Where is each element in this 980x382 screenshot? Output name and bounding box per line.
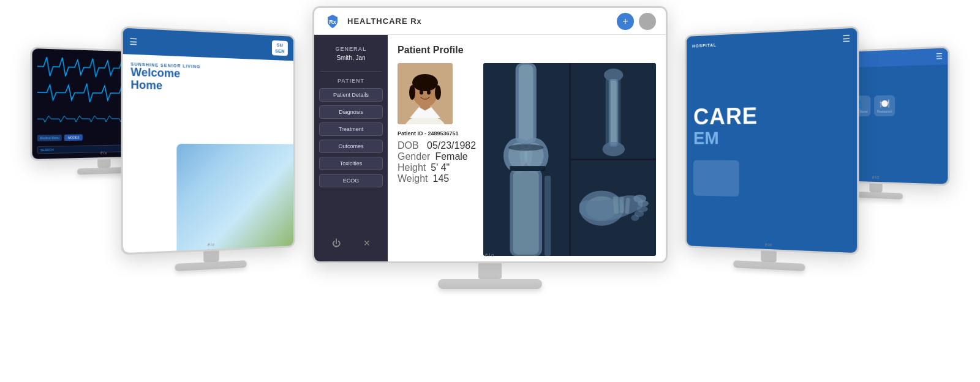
svg-point-36: [631, 215, 639, 221]
patient-left-panel: Patient ID - 2489536751 DOB 05/23/1982 G…: [398, 63, 476, 256]
info-dob: DOB 05/23/1982: [398, 140, 476, 151]
patient-id-line: Patient ID - 2489536751: [398, 130, 476, 137]
care-image-placeholder: [693, 160, 739, 197]
svg-rect-13: [610, 81, 616, 145]
app-sidebar: GENERAL Smith, Jan PATIENT Patient Detai…: [314, 35, 388, 261]
sidebar-btn-treatment[interactable]: Treatment: [319, 122, 383, 136]
care-hospital-label: HOSPITAL: [692, 43, 717, 48]
svg-rect-25: [513, 171, 539, 255]
monitor-neck-care: [761, 250, 776, 262]
care-content: CARE EM: [687, 48, 857, 253]
monitor-neck-center: [478, 263, 502, 279]
monitor-brand-ecg: ēlo: [100, 151, 108, 155]
sidebar-section-patient: PATIENT: [314, 75, 388, 86]
app-title: HEALTHCARE Rx: [347, 17, 611, 26]
app-body: GENERAL Smith, Jan PATIENT Patient Detai…: [314, 35, 666, 261]
svg-point-9: [427, 91, 431, 95]
xray-foot: [571, 160, 656, 256]
svg-point-28: [508, 144, 544, 151]
monitor-brand-nurse: ēlo: [872, 175, 880, 179]
monitor-frame-care: HOSPITAL ☰ CARE EM ēlo: [685, 26, 859, 255]
sidebar-divider: [320, 71, 382, 72]
monitor-care: HOSPITAL ☰ CARE EM ēlo: [685, 26, 859, 274]
monitor-center: Rx HEALTHCARE Rx + GENERAL Smith, Jan: [312, 6, 668, 289]
patient-avatar: [398, 63, 453, 124]
power-icon[interactable]: ⏻: [332, 238, 341, 248]
info-weight: Weight 145: [398, 173, 476, 184]
svg-text:Rx: Rx: [329, 19, 336, 25]
care-title-line1: CARE: [693, 102, 850, 128]
sidebar-btn-diagnosis[interactable]: Diagnosis: [319, 105, 383, 119]
monitor-base-ssl: [175, 260, 246, 271]
patient-photo: [398, 63, 453, 124]
ssl-bg-image: [177, 144, 293, 251]
app-main-content: Patient Profile: [388, 35, 666, 261]
info-height: Height 5' 4": [398, 162, 476, 173]
monitor-neck-ecg: [97, 159, 110, 168]
monitor-frame-center: Rx HEALTHCARE Rx + GENERAL Smith, Jan: [312, 6, 668, 263]
svg-rect-15: [605, 79, 610, 149]
ssl-content: SUNSHINE SENIOR LIVING Welcome Home: [123, 54, 293, 253]
app-titlebar: Rx HEALTHCARE Rx +: [314, 8, 666, 35]
monitor-neck-nurse: [869, 184, 882, 193]
xray-grid: [483, 63, 656, 256]
svg-rect-27: [510, 166, 546, 171]
svg-rect-19: [519, 65, 533, 144]
main-scene: Medical Menu MODES SEARCH 🔍 RESET ēlo ☰: [0, 0, 980, 382]
svg-rect-16: [616, 77, 620, 146]
monitor-brand-care: ēlo: [765, 242, 772, 247]
monitor-frame-ssl: ☰ SUSEN SUNSHINE SENIOR LIVING Welcome H…: [121, 26, 295, 255]
svg-point-8: [420, 91, 423, 95]
sidebar-footer: ⏻ ✕: [314, 232, 388, 254]
ecg-btn-modes[interactable]: MODES: [64, 134, 83, 141]
monitor-brand-center: ēlo: [485, 252, 496, 258]
care-title-line2: EM: [693, 127, 850, 148]
ssl-menu-icon[interactable]: ☰: [129, 36, 138, 47]
sidebar-btn-toxicities[interactable]: Toxicities: [319, 157, 383, 170]
svg-point-5: [412, 74, 438, 91]
monitor-brand-ssl: ēlo: [208, 242, 215, 247]
svg-point-7: [435, 85, 441, 100]
app-logo: Rx: [324, 13, 341, 30]
patient-content: Patient ID - 2489536751 DOB 05/23/1982 G…: [398, 63, 656, 256]
sidebar-btn-patient-details[interactable]: Patient Details: [319, 88, 383, 102]
svg-rect-38: [620, 197, 624, 213]
svg-rect-26: [545, 176, 551, 256]
sidebar-btn-ecog[interactable]: ECOG: [319, 174, 383, 187]
info-gender: Gender Female: [398, 151, 476, 162]
sidebar-btn-outcomes[interactable]: Outcomes: [319, 140, 383, 153]
monitor-base-care: [733, 260, 805, 271]
monitor-ssl: ☰ SUSEN SUNSHINE SENIOR LIVING Welcome H…: [121, 26, 295, 274]
titlebar-btn-user[interactable]: [639, 13, 656, 30]
svg-point-6: [409, 85, 415, 100]
titlebar-controls: +: [617, 13, 656, 30]
svg-point-33: [637, 200, 648, 206]
monitor-neck-ssl: [203, 250, 219, 262]
restaurant-icon: 🍽️: [880, 99, 890, 108]
patient-info-block: Patient ID - 2489536751 DOB 05/23/1982 G…: [398, 130, 476, 184]
patient-profile-title: Patient Profile: [398, 45, 656, 56]
xray-knee: [483, 63, 568, 256]
nurse-icon-restaurant[interactable]: 🍽️ Restaurant: [874, 96, 895, 116]
titlebar-btn-plus[interactable]: +: [617, 13, 634, 30]
ssl-logo: SUSEN: [272, 40, 288, 56]
sidebar-section-general: GENERAL: [314, 42, 388, 53]
restaurant-label: Restaurant: [877, 110, 892, 113]
ecg-label-medical: Medical Menu: [37, 135, 62, 141]
sidebar-patient-name: Smith, Jan: [314, 53, 388, 67]
monitor-base-center: [438, 279, 542, 289]
settings-icon[interactable]: ✕: [363, 238, 371, 248]
xray-tibia: [571, 63, 656, 159]
care-menu-icon[interactable]: ☰: [842, 33, 851, 43]
nurse-menu-icon[interactable]: ☰: [936, 52, 943, 61]
